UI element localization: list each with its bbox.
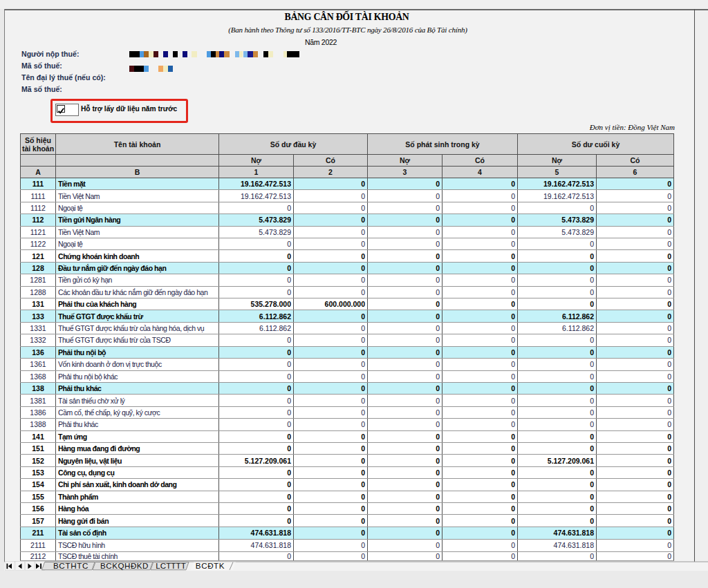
svg-text:LCTTTT: LCTTTT [156, 561, 186, 570]
svg-text:BCTHTC: BCTHTC [53, 561, 88, 570]
svg-text:BCĐTK: BCĐTK [196, 561, 225, 570]
svg-text:BCKQHĐKD: BCKQHĐKD [100, 561, 149, 570]
